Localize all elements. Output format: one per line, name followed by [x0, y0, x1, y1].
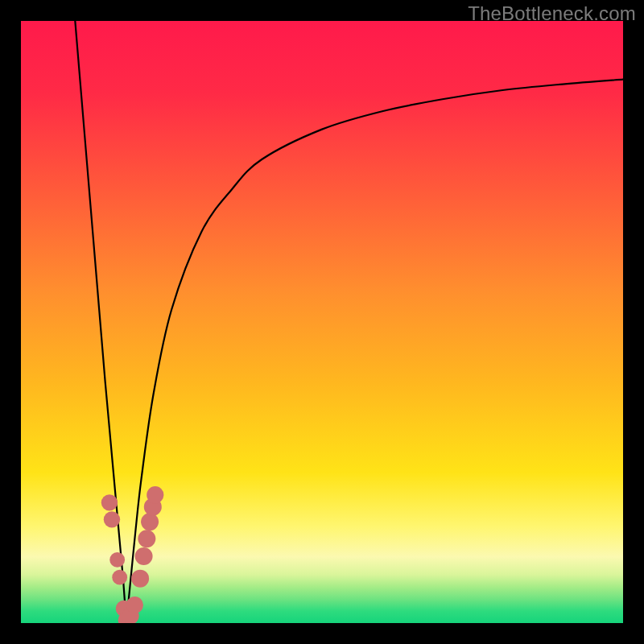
- data-dot: [138, 530, 155, 547]
- plot-area: [21, 21, 623, 623]
- watermark-text: TheBottleneck.com: [468, 2, 636, 25]
- data-dot: [104, 511, 120, 527]
- data-dot: [141, 513, 159, 530]
- data-dot: [126, 597, 143, 613]
- gradient-bg: [21, 21, 623, 623]
- data-dot: [135, 547, 153, 565]
- data-dot: [101, 494, 118, 510]
- plot-svg: [21, 21, 623, 623]
- data-dot: [147, 486, 163, 503]
- outer-frame: TheBottleneck.com: [0, 0, 644, 644]
- data-dot: [109, 552, 125, 568]
- data-dot: [131, 570, 149, 588]
- data-dot: [112, 570, 127, 585]
